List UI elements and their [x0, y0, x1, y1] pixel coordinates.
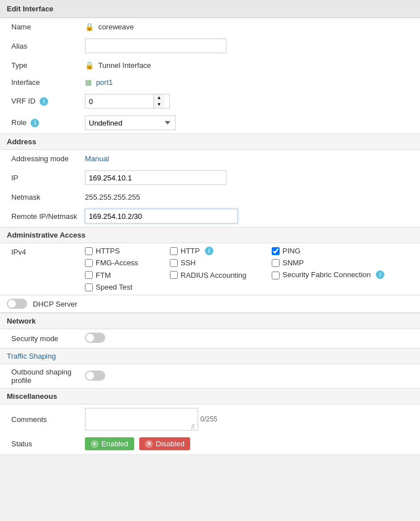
addressing-mode-value: Manual [85, 154, 409, 163]
lock-icon: 🔒 [85, 23, 94, 31]
dhcp-toggle[interactable] [7, 299, 27, 309]
ipv4-label: IPv4 [11, 247, 85, 256]
netmask-label: Netmask [11, 193, 85, 201]
interface-grid-icon: ▦ [85, 78, 92, 87]
vrf-input-wrap[interactable]: ▲ ▼ [85, 94, 409, 109]
name-text: coreweave [98, 23, 134, 31]
security-mode-toggle[interactable] [85, 333, 105, 343]
ip-input-wrap[interactable] [85, 170, 409, 185]
radius-label[interactable]: RADIUS Accounting [181, 271, 246, 279]
secfab-label[interactable]: Security Fabric Connection [282, 270, 371, 279]
alias-value[interactable] [85, 38, 409, 53]
netmask-value: 255.255.255.255 [85, 193, 409, 201]
addressing-mode-label: Addressing mode [11, 154, 85, 163]
outbound-slider[interactable] [85, 371, 105, 381]
status-buttons-wrap: + Enabled ✕ Disabled [85, 437, 409, 450]
comments-row: Comments // 0/255 [0, 404, 420, 434]
alias-input[interactable] [85, 38, 226, 53]
type-value: 🔒 Tunnel Interface [85, 61, 409, 70]
admin-access-section-header: Administrative Access [0, 227, 420, 243]
checkbox-radius[interactable]: RADIUS Accounting [170, 270, 272, 279]
vrf-info-icon[interactable]: i [40, 97, 48, 106]
http-checkbox[interactable] [170, 247, 178, 255]
checkbox-secfab[interactable]: Security Fabric Connection i [272, 270, 385, 279]
ip-input[interactable] [85, 170, 226, 185]
vrf-spin-up[interactable]: ▲ [154, 94, 164, 101]
role-row: Role i Undefined LAN WAN DMZ [0, 112, 420, 134]
speedtest-label[interactable]: Speed Test [96, 283, 132, 291]
radius-checkbox[interactable] [170, 271, 178, 279]
outbound-row: Outbound shaping profile [0, 364, 420, 388]
http-info-icon[interactable]: i [205, 247, 213, 255]
speedtest-checkbox[interactable] [85, 283, 93, 291]
ssh-label[interactable]: SSH [181, 259, 196, 267]
traffic-shaping-section-header: Traffic Shaping [0, 348, 420, 364]
checkbox-snmp[interactable]: SNMP [272, 259, 385, 267]
http-label[interactable]: HTTP [181, 247, 200, 255]
access-checkboxes-grid: HTTPS HTTP i PING FMG-Access SSH [85, 247, 409, 291]
outbound-label: Outbound shaping profile [11, 368, 85, 385]
char-count: 0/255 [200, 415, 217, 423]
role-label: Role i [11, 118, 85, 127]
ping-checkbox[interactable] [272, 247, 280, 255]
snmp-label[interactable]: SNMP [282, 259, 304, 267]
ftm-checkbox[interactable] [85, 271, 93, 279]
name-label: Name [11, 23, 85, 31]
remote-label: Remote IP/Netmask [11, 212, 85, 221]
secfab-checkbox[interactable] [272, 272, 280, 279]
security-mode-toggle-wrap[interactable] [85, 333, 409, 345]
dhcp-row: DHCP Server [0, 295, 420, 313]
vrf-spin-down[interactable]: ▼ [154, 101, 164, 108]
vrf-label: VRF ID i [11, 97, 85, 106]
window-title: Edit Interface [0, 0, 420, 18]
disabled-icon: ✕ [145, 440, 153, 448]
checkbox-https[interactable]: HTTPS [85, 247, 170, 255]
disabled-button[interactable]: ✕ Disabled [139, 437, 190, 450]
netmask-text: 255.255.255.255 [85, 193, 140, 201]
type-text: Tunnel Interface [98, 61, 151, 70]
role-select[interactable]: Undefined LAN WAN DMZ [85, 115, 175, 130]
secfab-info-icon[interactable]: i [376, 270, 384, 279]
checkbox-http[interactable]: HTTP i [170, 247, 272, 255]
enabled-button[interactable]: + Enabled [85, 437, 134, 450]
dhcp-slider[interactable] [7, 299, 27, 309]
https-label[interactable]: HTTPS [96, 247, 120, 255]
fmg-label[interactable]: FMG-Access [96, 259, 138, 267]
role-select-wrap[interactable]: Undefined LAN WAN DMZ [85, 115, 409, 130]
ip-row: IP [0, 167, 420, 188]
role-info-icon[interactable]: i [31, 119, 39, 127]
checkbox-fmg[interactable]: FMG-Access [85, 259, 170, 267]
comments-textarea[interactable] [85, 408, 198, 430]
checkbox-ftm[interactable]: FTM [85, 270, 170, 279]
dhcp-label: DHCP Server [33, 300, 78, 308]
disabled-label: Disabled [156, 440, 185, 448]
https-checkbox[interactable] [85, 247, 93, 255]
resize-handle: // [191, 424, 197, 429]
netmask-row: Netmask 255.255.255.255 [0, 188, 420, 205]
remote-row: Remote IP/Netmask [0, 205, 420, 227]
enabled-icon: + [91, 440, 98, 448]
ssh-checkbox[interactable] [170, 259, 178, 267]
enabled-label: Enabled [101, 440, 128, 448]
checkbox-ssh[interactable]: SSH [170, 259, 272, 267]
outbound-toggle[interactable] [85, 371, 105, 381]
interface-link[interactable]: port1 [96, 78, 113, 87]
remote-input-wrap[interactable] [85, 209, 409, 223]
comments-label: Comments [11, 415, 85, 424]
remote-input[interactable] [85, 209, 238, 223]
addressing-mode-text: Manual [85, 154, 109, 163]
checkbox-speedtest[interactable]: Speed Test [85, 283, 170, 291]
security-mode-slider[interactable] [85, 333, 105, 343]
misc-section-header: Miscellaneous [0, 388, 420, 404]
fmg-checkbox[interactable] [85, 259, 93, 267]
checkbox-ping[interactable]: PING [272, 247, 385, 255]
outbound-toggle-wrap[interactable] [85, 371, 409, 382]
snmp-checkbox[interactable] [272, 259, 280, 267]
ip-label: IP [11, 174, 85, 182]
vrf-spinner[interactable]: ▲ ▼ [153, 94, 164, 108]
ping-label[interactable]: PING [282, 247, 301, 255]
addressing-mode-row: Addressing mode Manual [0, 150, 420, 167]
ftm-label[interactable]: FTM [96, 271, 111, 279]
comments-wrap[interactable]: // 0/255 [85, 408, 409, 430]
vrf-input[interactable] [85, 94, 153, 108]
